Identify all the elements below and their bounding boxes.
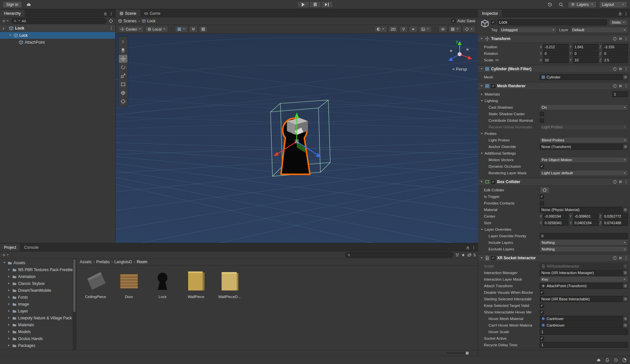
value-field[interactable]: 1.841 [573,44,598,50]
mesh-object-field[interactable]: Cylinder [540,74,628,80]
project-search-input[interactable] [345,252,453,258]
menu-icon[interactable] [624,37,628,41]
foldout-arrow[interactable] [480,228,484,231]
foldout-arrow[interactable] [7,302,11,306]
preset-icon[interactable] [619,37,622,41]
gizmos-dropdown[interactable] [463,26,475,32]
foldout-arrow[interactable] [7,323,11,327]
object-picker-icon[interactable] [624,297,627,301]
move-tool-button[interactable] [119,55,127,63]
cloud-status-icon[interactable] [597,358,601,362]
folder-lowpoly-nature-village-pack[interactable]: Lowpoly Nature & Village Pack [0,314,76,321]
value-field[interactable]: 0 [540,233,628,239]
foldout-arrow[interactable] [480,99,484,103]
object-picker-icon[interactable] [624,75,627,79]
asset-wallpieced[interactable]: WallPieceD... [214,268,245,299]
foldout-arrow[interactable] [480,132,484,136]
disable-visuals-when-blocke-checkbox[interactable] [540,290,544,295]
component-enabled-checkbox[interactable] [491,84,495,88]
hierarchy-item-lock[interactable]: Lock [0,32,115,39]
component-header[interactable]: Mesh Renderer? [478,82,630,90]
crumb-langloisg[interactable]: LangloisG [114,260,132,264]
object-picker-icon[interactable] [624,317,627,320]
folder-tree-scrollbar[interactable] [73,259,76,350]
sign-in-button[interactable]: Sign in [3,1,22,8]
preset-icon[interactable] [619,180,622,184]
object-picker-icon[interactable] [624,324,627,327]
scene-viewport[interactable]: y < Persp [116,34,478,243]
value-field[interactable]: 10 [543,57,569,63]
folder-image[interactable]: Image [0,301,76,308]
help-icon[interactable]: ? [613,67,617,71]
folder-fonts[interactable]: Fonts [0,294,76,301]
foldout-arrow[interactable] [7,295,11,299]
menu-icon[interactable] [624,12,628,16]
preset-icon[interactable] [619,84,622,88]
prefab-back-button[interactable]: ‹ [0,25,7,32]
hierarchy-search-input[interactable]: All [11,18,107,24]
object-picker-icon[interactable] [624,145,627,148]
foldout-arrow[interactable] [480,84,483,88]
scene-picker-icon[interactable] [109,19,113,23]
menu-icon[interactable] [472,246,476,250]
preset-icon[interactable] [619,256,622,260]
search-by-type-icon[interactable] [455,253,459,257]
menu-icon[interactable] [624,84,628,88]
value-field[interactable]: 0.0741488 [602,220,628,226]
crumb-room[interactable]: Room [137,260,147,264]
value-field[interactable]: 1 [612,91,628,97]
menu-icon[interactable] [624,67,628,71]
object-picker-icon[interactable] [624,208,627,211]
contribute-global-illuminat-checkbox[interactable] [540,118,544,123]
asset-door[interactable]: Door [113,268,145,299]
object-picker-icon[interactable] [624,265,627,268]
notifications-icon[interactable] [605,358,610,362]
tab-project[interactable]: Project [0,244,20,251]
lock-icon[interactable] [103,12,107,16]
folder-layer[interactable]: Layer [0,308,76,314]
tab-console[interactable]: Console [20,244,42,251]
foldout-arrow[interactable] [7,282,11,285]
scene-visibility-toggle[interactable] [439,26,447,32]
menu-icon[interactable] [109,26,113,30]
foldout-arrow[interactable] [7,289,11,292]
rotate-tool-button[interactable] [119,63,127,71]
foldout-arrow[interactable] [7,344,11,347]
component-view-dropdown[interactable] [448,26,461,32]
view-tool-button[interactable] [119,46,127,54]
value-field[interactable]: -3.212 [543,44,569,50]
exclude-layers-dropdown[interactable]: Nothing [540,246,628,252]
value-field[interactable]: -3.155 [602,44,628,50]
foldout-arrow[interactable] [7,316,11,320]
tab-scene[interactable]: Scene [116,10,140,17]
lock-icon[interactable] [618,12,622,16]
help-icon[interactable]: ? [613,180,617,184]
save-search-icon[interactable] [461,253,465,257]
layout-dropdown[interactable]: Layout [599,1,627,8]
component-enabled-checkbox[interactable] [491,180,495,184]
interaction-manager-object-field[interactable]: None (XR Interaction Manager) [540,270,628,276]
gameobject-name-field[interactable]: Lock [497,19,607,25]
motion-vectors-dropdown[interactable]: Per Object Motion [540,157,628,163]
static-dropdown[interactable]: Static [609,19,628,25]
grid-visibility-dropdown[interactable] [175,26,188,32]
asset-ceilingpiece[interactable]: CeilingPiece [80,268,111,299]
custom-tool-button[interactable] [119,97,127,105]
object-picker-icon[interactable] [624,271,627,274]
link-scale-icon[interactable] [495,58,499,62]
folder-animation[interactable]: Animation [0,273,76,280]
starting-selected-interactabl-object-field[interactable]: None (XR Base Interactable) [540,296,628,302]
hover-mesh-material-object-field[interactable]: CanHover [540,316,628,322]
value-field[interactable]: 0 [573,51,598,56]
help-icon[interactable]: ? [613,256,617,260]
value-field[interactable]: 0 [543,51,569,56]
material-object-field[interactable]: None (Physic Material) [540,207,628,213]
foldout-arrow[interactable] [7,330,11,333]
2d-toggle[interactable]: 2D [388,26,398,32]
undo-history-icon[interactable] [546,1,554,8]
tag-dropdown[interactable]: Untagged [499,27,557,33]
perspective-label[interactable]: < Persp [452,67,467,72]
tab-hierarchy[interactable]: Hierarchy [0,10,25,17]
folder-models[interactable]: Models [0,328,76,335]
help-icon[interactable]: ? [613,84,617,88]
